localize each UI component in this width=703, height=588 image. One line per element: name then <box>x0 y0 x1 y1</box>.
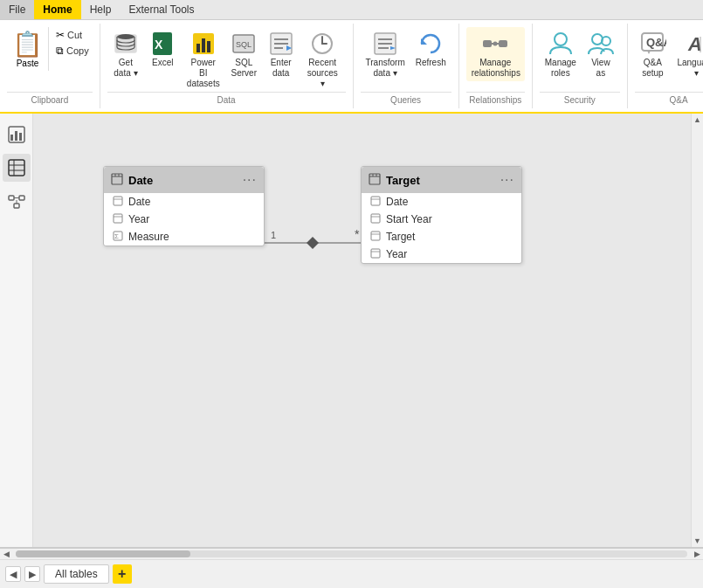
svg-rect-58 <box>114 214 122 223</box>
ribbon-group-security: Manageroles Viewas Security <box>533 24 628 108</box>
svg-text:Σ: Σ <box>114 232 119 240</box>
recent-sources-icon <box>308 30 336 58</box>
date-table-icon <box>111 173 123 188</box>
svg-point-1 <box>117 34 134 39</box>
excel-button[interactable]: X Excel <box>144 27 181 71</box>
svg-rect-52 <box>112 174 122 184</box>
sidebar <box>0 114 33 547</box>
cut-button[interactable]: ✂ Cut <box>52 27 93 43</box>
date-table-header: Date ··· <box>104 167 264 193</box>
ribbon: 📋 Paste ✂ Cut ⧉ Copy Cli <box>0 20 703 114</box>
svg-text:SQL: SQL <box>236 40 252 49</box>
ribbon-group-queries: Transformdata ▾ Refresh Queries <box>354 24 459 108</box>
security-group-label: Security <box>540 92 620 105</box>
menu-bar: File Home Help External Tools <box>0 0 703 20</box>
view-as-label: Viewas <box>591 58 610 79</box>
view-as-button[interactable]: Viewas <box>582 27 620 81</box>
hscroll-right-arrow[interactable]: ▶ <box>691 548 703 560</box>
refresh-label: Refresh <box>416 58 446 68</box>
hscroll-left-arrow[interactable]: ◀ <box>0 548 12 560</box>
powerbi-button[interactable]: Power BIdatasets <box>182 27 226 92</box>
svg-rect-6 <box>202 38 205 52</box>
svg-rect-38 <box>9 160 24 176</box>
svg-rect-70 <box>371 232 380 240</box>
enter-data-button[interactable]: Enterdata <box>262 27 299 81</box>
language-label: Language ▾ <box>676 58 703 79</box>
menu-file[interactable]: File <box>0 0 34 19</box>
enter-data-icon <box>267 30 295 58</box>
hscroll-thumb[interactable] <box>16 550 190 557</box>
menu-home[interactable]: Home <box>34 0 80 19</box>
queries-group-label: Queries <box>361 92 451 105</box>
qa-group-label: Q&A <box>635 92 703 105</box>
relationships-group-label: Relationships <box>466 92 525 105</box>
get-data-icon <box>112 30 140 58</box>
language-button[interactable]: A Language ▾ <box>671 27 703 81</box>
target-table-menu[interactable]: ··· <box>500 172 514 188</box>
scroll-up-arrow[interactable]: ▲ <box>692 114 704 126</box>
target-row-startyear[interactable]: Start Year <box>362 211 521 228</box>
clipboard-group-label: Clipboard <box>7 92 93 105</box>
svg-rect-56 <box>114 197 122 205</box>
powerbi-icon <box>190 30 217 58</box>
date-row-year[interactable]: Year <box>104 211 264 228</box>
date-row-measure[interactable]: Σ Measure <box>104 228 264 246</box>
manage-relationships-button[interactable]: Managerelationships <box>466 27 525 81</box>
sidebar-icon-report[interactable] <box>3 121 31 149</box>
recent-sources-button[interactable]: Recentsources ▾ <box>300 27 346 92</box>
tab-add-button[interactable]: + <box>113 564 132 584</box>
svg-rect-35 <box>10 135 13 141</box>
refresh-icon <box>417 30 445 58</box>
svg-rect-37 <box>19 133 22 141</box>
get-data-button[interactable]: Getdata ▾ <box>107 27 144 81</box>
manage-roles-button[interactable]: Manageroles <box>540 27 582 81</box>
menu-help[interactable]: Help <box>81 0 121 19</box>
tab-all-tables[interactable]: All tables <box>44 564 109 584</box>
canvas[interactable]: 1 * Date ··· <box>33 114 691 547</box>
tab-nav-left[interactable]: ◀ <box>5 566 21 582</box>
tab-nav-right[interactable]: ▶ <box>24 566 40 582</box>
date-table-card[interactable]: Date ··· Date Year <box>103 166 265 246</box>
date-row-measure-icon: Σ <box>113 231 123 243</box>
qa-setup-button[interactable]: Q&A Q&Asetup <box>635 27 671 81</box>
ribbon-group-relationships: Managerelationships Relationships <box>459 24 533 108</box>
date-row-date-icon <box>113 196 123 208</box>
qa-setup-icon: Q&A <box>638 30 666 58</box>
target-row-target-label: Target <box>386 231 415 243</box>
date-row-date[interactable]: Date <box>104 193 264 211</box>
transform-label: Transformdata ▾ <box>366 58 405 79</box>
copy-button[interactable]: ⧉ Copy <box>52 43 93 59</box>
excel-label: Excel <box>152 58 173 68</box>
svg-point-27 <box>592 34 603 45</box>
refresh-button[interactable]: Refresh <box>410 27 451 71</box>
recent-sources-label: Recentsources ▾ <box>305 58 341 89</box>
sql-button[interactable]: SQL SQLServer <box>225 27 262 81</box>
date-table-menu[interactable]: ··· <box>243 172 257 188</box>
target-table-card[interactable]: Target ··· Date Start Year <box>361 166 522 264</box>
data-group-label: Data <box>107 92 346 105</box>
svg-rect-72 <box>371 249 380 258</box>
bottom-bar: ◀ ▶ ◀ ▶ All tables + <box>0 547 703 588</box>
target-row-target[interactable]: Target <box>362 228 521 246</box>
svg-text:*: * <box>355 227 360 241</box>
menu-external-tools[interactable]: External Tools <box>120 0 203 19</box>
sidebar-icon-table[interactable] <box>3 154 31 182</box>
target-row-date[interactable]: Date <box>362 193 521 211</box>
powerbi-label: Power BIdatasets <box>187 58 221 89</box>
hscroll-track[interactable] <box>16 550 687 557</box>
ribbon-group-clipboard: 📋 Paste ✂ Cut ⧉ Copy Cli <box>0 24 100 108</box>
target-row-year-label: Year <box>386 248 407 260</box>
target-row-year[interactable]: Year <box>362 246 521 263</box>
manage-roles-icon <box>547 30 575 58</box>
scroll-down-arrow[interactable]: ▼ <box>692 535 704 547</box>
paste-button[interactable]: 📋 Paste <box>7 27 49 71</box>
svg-rect-66 <box>371 197 380 205</box>
transform-button[interactable]: Transformdata ▾ <box>361 27 410 81</box>
cut-label: Cut <box>67 30 82 40</box>
svg-rect-43 <box>19 196 24 200</box>
svg-rect-36 <box>15 131 17 141</box>
right-scrollbar[interactable]: ▲ ▼ <box>691 114 703 547</box>
sidebar-icon-model[interactable] <box>3 187 31 215</box>
ribbon-group-data: Getdata ▾ X Excel Power BIdatasets <box>100 24 354 108</box>
svg-rect-22 <box>483 40 492 47</box>
